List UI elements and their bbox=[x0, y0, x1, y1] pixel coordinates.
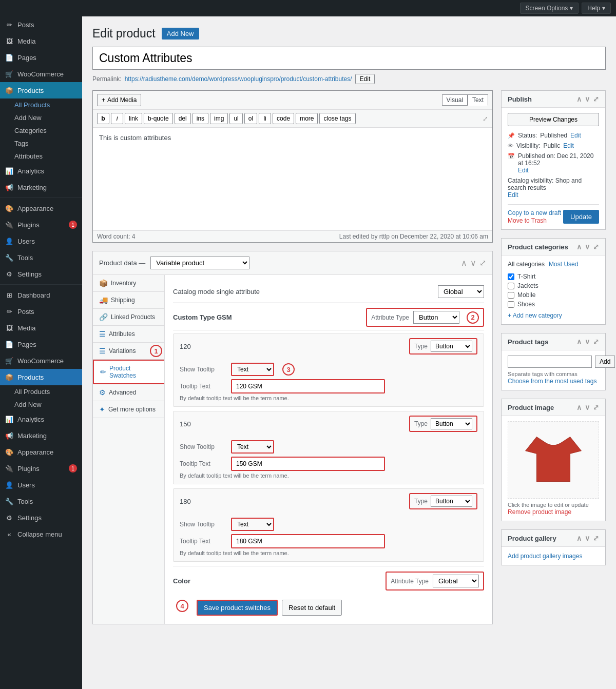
gallery-expand-icon[interactable]: ⤢ bbox=[593, 534, 599, 542]
type-select-120[interactable]: Button Color Image bbox=[431, 341, 472, 352]
tab-product-swatches[interactable]: ✏ Product Swatches bbox=[93, 360, 164, 384]
cat-collapse-up-icon[interactable]: ∧ bbox=[576, 243, 582, 251]
sidebar-item-plugins2[interactable]: 🔌 Plugins 1 bbox=[0, 460, 82, 477]
sidebar-item-dashboard2[interactable]: ⊞ Dashboard bbox=[0, 287, 82, 303]
bold-button[interactable]: b bbox=[97, 113, 109, 124]
tab-shipping[interactable]: 🚚 Shipping bbox=[93, 292, 164, 309]
sidebar-item-posts2[interactable]: ✏ Posts bbox=[0, 303, 82, 320]
ul-button[interactable]: ul bbox=[229, 113, 242, 124]
sidebar-sub-item-categories[interactable]: Categories bbox=[0, 124, 82, 137]
product-image-area[interactable] bbox=[508, 421, 599, 499]
ins-button[interactable]: ins bbox=[192, 113, 208, 124]
sidebar-item-analytics2[interactable]: 📊 Analytics bbox=[0, 411, 82, 427]
sidebar-item-users[interactable]: 👤 Users bbox=[0, 233, 82, 249]
color-attribute-type-select[interactable]: Global Button Color Image Radio Select bbox=[433, 575, 479, 587]
type-select-150[interactable]: Button Color Image bbox=[431, 418, 472, 429]
gallery-collapse-up-icon[interactable]: ∧ bbox=[576, 534, 582, 542]
sidebar-item-media2[interactable]: 🖼 Media bbox=[0, 320, 82, 336]
more-button[interactable]: more bbox=[296, 113, 318, 124]
visual-tab[interactable]: Visual bbox=[442, 94, 468, 106]
code-button[interactable]: code bbox=[273, 113, 294, 124]
remove-product-image-link[interactable]: Remove product image bbox=[508, 508, 571, 516]
update-button[interactable]: Update bbox=[563, 210, 599, 224]
sidebar-sub-item-attributes[interactable]: Attributes bbox=[0, 150, 82, 163]
sidebar-item-settings[interactable]: ⚙ Settings bbox=[0, 266, 82, 282]
sidebar-sub-item-add-new2[interactable]: Add New bbox=[0, 398, 82, 411]
tab-variations[interactable]: ☰ Variations 1 bbox=[93, 343, 164, 360]
sidebar-item-appearance[interactable]: 🎨 Appearance bbox=[0, 200, 82, 216]
fullscreen-icon[interactable]: ⤢ bbox=[483, 115, 488, 123]
sidebar-item-tools[interactable]: 🔧 Tools bbox=[0, 249, 82, 266]
cat-expand-icon[interactable]: ⤢ bbox=[593, 243, 599, 251]
sidebar-item-pages[interactable]: 📄 Pages bbox=[0, 49, 82, 66]
preview-changes-button[interactable]: Preview Changes bbox=[508, 113, 599, 126]
collapse-down-icon[interactable]: ∨ bbox=[585, 95, 590, 103]
tooltip-text-input-180[interactable] bbox=[231, 534, 385, 548]
sidebar-item-analytics[interactable]: 📊 Analytics bbox=[0, 163, 82, 179]
show-tooltip-select-150[interactable]: Text Image None bbox=[232, 441, 273, 452]
sidebar-item-products[interactable]: 📦 Products bbox=[0, 82, 82, 99]
sidebar-item-appearance2[interactable]: 🎨 Appearance bbox=[0, 444, 82, 460]
catalog-edit-link[interactable]: Edit bbox=[508, 191, 599, 199]
li-button[interactable]: li bbox=[259, 113, 271, 124]
tags-input[interactable] bbox=[508, 356, 592, 368]
ol-button[interactable]: ol bbox=[244, 113, 257, 124]
tab-inventory[interactable]: 📦 Inventory bbox=[93, 275, 164, 292]
tab-get-more-options[interactable]: ✦ Get more options bbox=[93, 401, 164, 418]
editor-content[interactable]: This is custom attributes bbox=[93, 128, 492, 230]
save-product-swatches-button[interactable]: Save product switches bbox=[197, 600, 278, 616]
add-category-link[interactable]: + Add new category bbox=[508, 312, 599, 319]
product-title-input[interactable] bbox=[92, 47, 606, 70]
gallery-collapse-down-icon[interactable]: ∨ bbox=[585, 534, 590, 542]
image-collapse-up-icon[interactable]: ∧ bbox=[576, 403, 582, 411]
published-edit-link[interactable]: Edit bbox=[518, 167, 599, 174]
show-tooltip-select-120[interactable]: Text Image None bbox=[232, 364, 273, 375]
sidebar-sub-item-add-new[interactable]: Add New bbox=[0, 111, 82, 124]
sidebar-item-woocommerce2[interactable]: 🛒 WooCommerce bbox=[0, 352, 82, 369]
cat-collapse-down-icon[interactable]: ∨ bbox=[585, 243, 590, 251]
tags-choose-link[interactable]: Choose from the most used tags bbox=[508, 378, 596, 385]
tab-linked-products[interactable]: 🔗 Linked Products bbox=[93, 309, 164, 326]
tags-collapse-down-icon[interactable]: ∨ bbox=[585, 338, 590, 346]
italic-button[interactable]: i bbox=[111, 113, 123, 124]
sidebar-item-marketing[interactable]: 📢 Marketing bbox=[0, 179, 82, 195]
catalog-mode-select[interactable]: Global Yes No bbox=[438, 285, 484, 298]
cat-checkbox-jackets[interactable] bbox=[508, 283, 514, 289]
sidebar-item-posts[interactable]: ✏ Posts bbox=[0, 16, 82, 33]
visibility-edit-link[interactable]: Edit bbox=[563, 142, 574, 149]
tags-expand-icon[interactable]: ⤢ bbox=[593, 338, 599, 346]
status-edit-link[interactable]: Edit bbox=[570, 132, 581, 139]
sidebar-item-woocommerce[interactable]: 🛒 WooCommerce bbox=[0, 66, 82, 82]
image-expand-icon[interactable]: ⤢ bbox=[593, 403, 599, 411]
sidebar-sub-item-all-products[interactable]: All Products bbox=[0, 99, 82, 111]
sidebar-sub-item-tags[interactable]: Tags bbox=[0, 137, 82, 150]
close-tags-button[interactable]: close tags bbox=[319, 113, 355, 124]
sidebar-item-media[interactable]: 🖼 Media bbox=[0, 33, 82, 49]
show-tooltip-select-180[interactable]: Text Image None bbox=[232, 519, 273, 530]
sidebar-item-tools2[interactable]: 🔧 Tools bbox=[0, 493, 82, 509]
permalink-edit-button[interactable]: Edit bbox=[355, 74, 375, 84]
sidebar-item-users2[interactable]: 👤 Users bbox=[0, 477, 82, 493]
sidebar-sub-item-all-products2[interactable]: All Products bbox=[0, 385, 82, 398]
tooltip-text-input-120[interactable] bbox=[231, 379, 385, 393]
tooltip-text-input-150[interactable] bbox=[231, 457, 385, 471]
add-media-button[interactable]: + Add Media bbox=[97, 94, 141, 106]
attribute-type-select[interactable]: Button Color Image Radio Select bbox=[413, 311, 459, 324]
collapse-up-icon[interactable]: ∧ bbox=[576, 95, 582, 103]
add-gallery-images-link[interactable]: Add product gallery images bbox=[508, 553, 582, 560]
text-tab[interactable]: Text bbox=[468, 94, 488, 106]
sidebar-item-plugins[interactable]: 🔌 Plugins 1 bbox=[0, 216, 82, 233]
expand-up-icon[interactable]: ∧ bbox=[461, 258, 467, 268]
add-new-button[interactable]: Add New bbox=[162, 28, 199, 40]
sidebar-item-pages2[interactable]: 📄 Pages bbox=[0, 336, 82, 352]
expand-icon[interactable]: ⤢ bbox=[479, 258, 486, 268]
reset-to-default-button[interactable]: Reset to default bbox=[282, 600, 342, 616]
img-button[interactable]: img bbox=[210, 113, 228, 124]
tags-add-button[interactable]: Add bbox=[595, 356, 615, 368]
cat-checkbox-mobile[interactable] bbox=[508, 292, 514, 299]
cat-tab-most-used[interactable]: Most Used bbox=[549, 261, 578, 268]
sidebar-item-collapse[interactable]: « Collapse menu bbox=[0, 526, 82, 542]
sidebar-item-marketing2[interactable]: 📢 Marketing bbox=[0, 427, 82, 444]
del-button[interactable]: del bbox=[175, 113, 191, 124]
cat-checkbox-tshirt[interactable] bbox=[508, 273, 514, 280]
